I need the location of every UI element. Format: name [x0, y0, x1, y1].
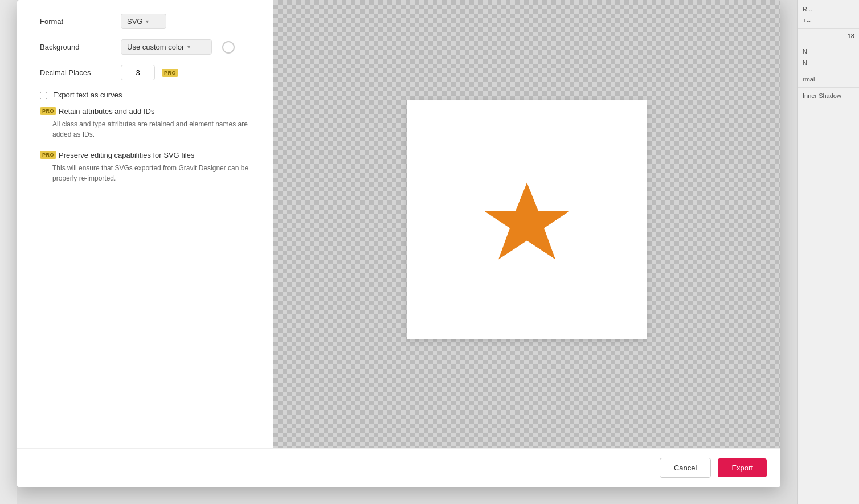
preserve-pro-badge: PRO — [40, 151, 56, 159]
sidebar-right-item-3: N — [798, 46, 859, 57]
retain-pro-badge: PRO — [40, 107, 56, 115]
preserve-row: PRO Preserve editing capabilities for SV… — [40, 151, 250, 159]
background-row: Background Use custom color ▾ — [40, 39, 250, 55]
sidebar-right-number-1: 18 — [798, 31, 859, 40]
sidebar-right-item-6: Inner Shadow — [798, 90, 859, 101]
export-text-row: Export text as curves — [40, 91, 250, 99]
retain-description: All class and type attributes are retain… — [52, 119, 250, 140]
background-select[interactable]: Use custom color ▾ — [121, 39, 212, 55]
format-select[interactable]: SVG ▾ — [121, 14, 166, 29]
dialog-footer: Cancel Export — [17, 448, 780, 487]
preview-area — [273, 0, 780, 448]
background-option-label: Use custom color — [127, 43, 184, 51]
sidebar-divider-4 — [798, 87, 859, 88]
star-icon — [481, 177, 572, 262]
decimal-label: Decimal Places — [40, 68, 114, 77]
sidebar-divider-3 — [798, 71, 859, 71]
retain-label: Retain attributes and add IDs — [59, 107, 154, 116]
format-label: Format — [40, 17, 114, 26]
sidebar-right-item-2: +-- — [798, 15, 859, 26]
retain-row: PRO Retain attributes and add IDs — [40, 107, 250, 116]
color-picker-circle[interactable] — [222, 41, 235, 54]
settings-panel: Format SVG ▾ Background Use custom color… — [17, 0, 273, 448]
sidebar-right-item-4: N — [798, 57, 859, 68]
background-label: Background — [40, 43, 114, 51]
format-value: SVG — [127, 17, 142, 26]
preserve-label: Preserve editing capabilities for SVG fi… — [59, 151, 194, 159]
star-container — [481, 177, 572, 262]
canvas-preview — [407, 100, 647, 339]
decimal-pro-badge: PRO — [162, 69, 178, 77]
decimal-row: Decimal Places PRO — [40, 65, 250, 80]
decimal-input[interactable] — [121, 65, 155, 80]
format-row: Format SVG ▾ — [40, 14, 250, 29]
export-dialog: Format SVG ▾ Background Use custom color… — [17, 0, 780, 487]
sidebar-right-item-5: rmal — [798, 73, 859, 85]
export-text-label: Export text as curves — [53, 91, 122, 99]
background-chevron-icon: ▾ — [187, 44, 190, 50]
dialog-body: Format SVG ▾ Background Use custom color… — [17, 0, 780, 448]
chevron-down-icon: ▾ — [146, 18, 149, 24]
preserve-description: This will ensure that SVGs exported from… — [52, 163, 250, 183]
export-button[interactable]: Export — [718, 458, 767, 477]
sidebar-divider-2 — [798, 43, 859, 43]
right-sidebar-panel: R... +-- 18 N N rmal Inner Shadow — [797, 0, 859, 504]
export-text-checkbox[interactable] — [40, 92, 47, 99]
cancel-button[interactable]: Cancel — [660, 458, 711, 478]
sidebar-divider-1 — [798, 28, 859, 29]
dialog-overlay: Format SVG ▾ Background Use custom color… — [17, 0, 797, 504]
sidebar-right-item-1: R... — [798, 3, 859, 15]
svg-marker-0 — [484, 182, 570, 259]
